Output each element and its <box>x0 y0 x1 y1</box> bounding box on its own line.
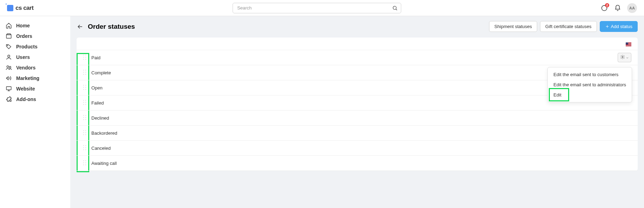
svg-point-28 <box>83 100 84 101</box>
svg-point-10 <box>85 55 86 55</box>
svg-point-38 <box>83 119 84 120</box>
sidebar-item-vendors[interactable]: Vendors <box>0 62 70 73</box>
svg-point-39 <box>85 119 86 120</box>
svg-rect-8 <box>6 87 11 90</box>
status-label[interactable]: Backordered <box>91 130 117 136</box>
svg-point-16 <box>83 70 84 71</box>
sidebar-item-addons[interactable]: Add-ons <box>0 94 70 105</box>
avatar-initials: AA <box>629 6 635 10</box>
brand-logo[interactable]: cs cart <box>7 5 33 12</box>
megaphone-icon <box>6 75 12 81</box>
sidebar-item-website[interactable]: Website <box>0 83 70 94</box>
layout: Home Orders Products Users Vendors Marke… <box>0 16 644 208</box>
drag-handle-icon[interactable] <box>83 54 88 61</box>
avatar[interactable]: AA <box>627 3 637 13</box>
svg-point-47 <box>85 145 86 146</box>
drag-handle-icon[interactable] <box>83 100 88 106</box>
back-button[interactable] <box>77 23 84 30</box>
main: Order statuses Shipment statuses Gift ce… <box>70 16 644 208</box>
bell-icon[interactable] <box>614 4 622 12</box>
gift-certificate-statuses-button[interactable]: Gift certificate statuses <box>540 21 597 32</box>
status-row[interactable]: Declined <box>77 110 638 126</box>
svg-point-52 <box>83 160 84 161</box>
search-icon[interactable] <box>392 5 398 11</box>
status-label[interactable]: Complete <box>91 70 111 75</box>
search-input[interactable] <box>233 3 401 13</box>
page-header: Order statuses Shipment statuses Gift ce… <box>77 21 638 32</box>
dropdown-item[interactable]: Edit <box>548 90 632 100</box>
updates-icon[interactable]: 2 <box>600 4 608 12</box>
row-gear-button[interactable] <box>618 53 631 62</box>
sidebar-item-label: Orders <box>16 33 32 39</box>
svg-point-19 <box>85 72 86 73</box>
svg-point-50 <box>83 149 84 150</box>
monitor-icon <box>6 86 12 92</box>
logo-icon <box>7 5 13 11</box>
tag-icon <box>6 43 12 50</box>
svg-line-1 <box>396 9 397 10</box>
svg-point-5 <box>8 55 10 57</box>
svg-point-53 <box>85 160 86 161</box>
svg-point-0 <box>393 6 396 9</box>
sidebar-item-products[interactable]: Products <box>0 41 70 52</box>
svg-point-9 <box>83 55 84 55</box>
user-icon <box>6 54 12 60</box>
status-row[interactable]: Awaiting call <box>77 156 638 171</box>
status-label[interactable]: Failed <box>91 100 104 106</box>
search-box <box>233 3 401 13</box>
status-row[interactable]: Backordered <box>77 126 638 141</box>
status-row[interactable]: Canceled <box>77 141 638 156</box>
svg-point-23 <box>85 85 86 86</box>
svg-point-24 <box>83 87 84 88</box>
sidebar-item-orders[interactable]: Orders <box>0 31 70 41</box>
sidebar-item-users[interactable]: Users <box>0 52 70 62</box>
svg-point-22 <box>83 85 84 86</box>
svg-point-12 <box>85 57 86 58</box>
svg-point-49 <box>85 147 86 148</box>
svg-point-36 <box>83 117 84 118</box>
status-label[interactable]: Open <box>91 85 103 90</box>
sidebar-item-home[interactable]: Home <box>0 20 70 31</box>
add-status-label: Add status <box>611 24 632 29</box>
dropdown-item[interactable]: Edit the email sent to administrators <box>548 80 632 90</box>
caret-down-icon <box>626 55 629 60</box>
drag-handle-icon[interactable] <box>83 145 88 151</box>
header-right: 2 AA <box>600 3 637 13</box>
status-label[interactable]: Declined <box>91 115 109 121</box>
shipment-statuses-button[interactable]: Shipment statuses <box>489 21 537 32</box>
drag-handle-icon[interactable] <box>83 160 88 166</box>
top-header: cs cart 2 AA <box>0 0 644 16</box>
svg-point-27 <box>85 89 86 90</box>
svg-point-33 <box>85 104 86 105</box>
sidebar-item-marketing[interactable]: Marketing <box>0 73 70 83</box>
svg-point-18 <box>83 72 84 73</box>
flag-us-icon[interactable] <box>626 42 631 46</box>
vendors-icon <box>6 65 12 71</box>
page-actions: Shipment statuses Gift certificate statu… <box>489 21 638 32</box>
svg-point-6 <box>7 66 8 67</box>
svg-point-17 <box>85 70 86 71</box>
updates-badge: 2 <box>605 3 609 7</box>
gear-icon <box>620 55 625 61</box>
dropdown-item[interactable]: Edit the email sent to customers <box>548 69 632 80</box>
svg-point-45 <box>85 134 86 135</box>
svg-point-56 <box>83 165 84 165</box>
drag-handle-icon[interactable] <box>83 115 88 121</box>
sidebar-item-label: Users <box>16 54 30 60</box>
svg-point-7 <box>9 66 11 68</box>
status-label[interactable]: Canceled <box>91 146 111 151</box>
add-status-button[interactable]: Add status <box>600 21 638 32</box>
svg-point-40 <box>83 130 84 131</box>
status-row[interactable]: Paid <box>77 50 638 65</box>
highlight-edit <box>549 88 569 101</box>
status-label[interactable]: Paid <box>91 55 100 60</box>
svg-point-41 <box>85 130 86 131</box>
drag-handle-icon[interactable] <box>83 130 88 136</box>
svg-point-55 <box>85 162 86 163</box>
svg-point-26 <box>83 89 84 90</box>
home-icon <box>6 22 12 29</box>
svg-point-46 <box>83 145 84 146</box>
status-label[interactable]: Awaiting call <box>91 161 117 166</box>
drag-handle-icon[interactable] <box>83 69 88 76</box>
drag-handle-icon[interactable] <box>83 85 88 91</box>
